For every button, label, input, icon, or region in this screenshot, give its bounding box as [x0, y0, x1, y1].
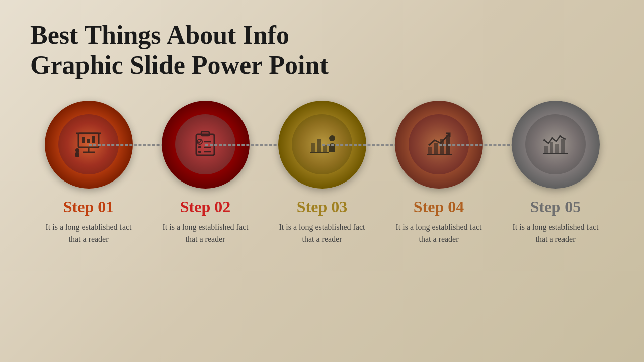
svg-rect-22 — [428, 147, 432, 154]
svg-point-4 — [75, 148, 79, 152]
svg-rect-13 — [198, 146, 201, 148]
step-1-label: Step 01 — [63, 198, 114, 216]
slide: Best Things About Info Graphic Slide Pow… — [0, 0, 644, 362]
svg-rect-25 — [446, 135, 450, 154]
step-5-label: Step 05 — [530, 198, 581, 216]
step-4-label: Step 04 — [414, 198, 464, 216]
step-1-circle-outer — [45, 101, 133, 189]
slide-title: Best Things About Info Graphic Slide Pow… — [30, 20, 382, 80]
step-3-desc: It is a long established fact that a rea… — [277, 221, 367, 245]
step-1-circle-wrapper — [45, 101, 133, 189]
step-1: Step 01 It is a long established fact th… — [30, 101, 147, 245]
svg-rect-5 — [75, 152, 79, 157]
step-4: Step 04 It is a long established fact th… — [380, 101, 497, 245]
step-4-circle-inner — [409, 114, 469, 174]
step-3-circle-wrapper — [278, 101, 366, 189]
chart-line-icon — [540, 129, 571, 159]
step-5: Step 05 It is a long established fact th… — [497, 101, 614, 245]
steps-container: Step 01 It is a long established fact th… — [30, 101, 614, 347]
step-2-circle-inner — [175, 114, 235, 174]
svg-rect-29 — [555, 144, 559, 153]
step-3-circle-outer — [278, 101, 366, 189]
presentation-icon — [73, 129, 104, 159]
svg-rect-6 — [82, 137, 85, 143]
step-5-circle-inner — [525, 114, 586, 174]
step-1-desc: It is a long established fact that a rea… — [43, 221, 134, 245]
svg-rect-23 — [434, 143, 438, 154]
step-2-desc: It is a long established fact that a rea… — [160, 221, 251, 245]
chart-up-icon — [424, 129, 454, 159]
step-2: Step 02 It is a long established fact th… — [147, 101, 264, 245]
svg-rect-19 — [323, 145, 327, 152]
svg-rect-8 — [92, 136, 95, 143]
checklist-icon — [190, 129, 220, 159]
svg-rect-18 — [317, 139, 321, 152]
step-4-desc: It is a long established fact that a rea… — [393, 221, 484, 245]
svg-point-21 — [329, 135, 335, 141]
svg-rect-28 — [550, 142, 553, 153]
step-5-desc: It is a long established fact that a rea… — [510, 221, 601, 245]
svg-rect-27 — [544, 146, 548, 153]
step-4-circle-wrapper — [395, 101, 483, 189]
chart-person-icon — [307, 129, 337, 159]
svg-point-32 — [543, 139, 545, 141]
svg-point-33 — [551, 137, 553, 139]
step-4-circle-outer — [395, 101, 483, 189]
svg-rect-15 — [198, 151, 201, 153]
svg-rect-30 — [561, 139, 565, 153]
step-5-circle-wrapper — [512, 101, 600, 189]
svg-rect-17 — [311, 143, 315, 152]
step-3-label: Step 03 — [297, 198, 347, 216]
step-2-circle-outer — [162, 101, 250, 189]
step-3-circle-inner — [292, 114, 352, 174]
step-5-circle-outer — [512, 101, 600, 189]
svg-point-34 — [559, 135, 561, 137]
step-2-label: Step 02 — [180, 198, 230, 216]
step-2-circle-wrapper — [162, 101, 250, 189]
step-3: Step 03 It is a long established fact th… — [264, 101, 380, 245]
svg-rect-7 — [87, 139, 90, 143]
step-1-circle-inner — [58, 114, 119, 174]
